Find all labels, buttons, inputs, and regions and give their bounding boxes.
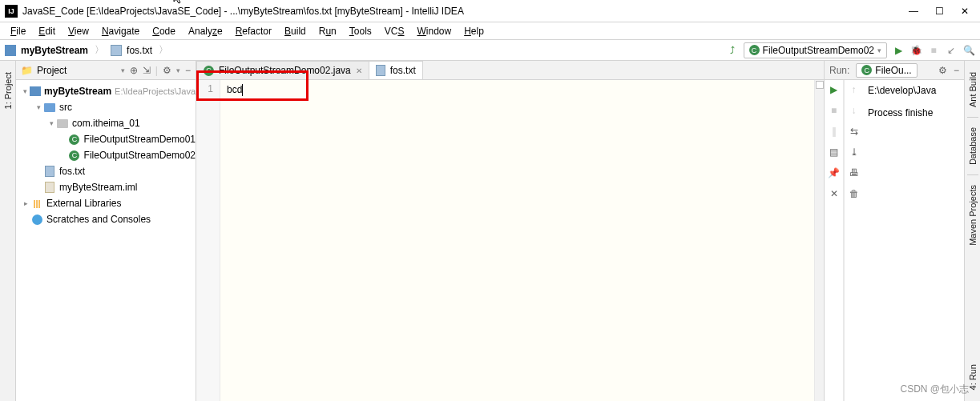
- editor-tabs: C FileOutputStreamDemo02.java ✕ fos.txt: [196, 61, 824, 80]
- stop-button[interactable]: ■: [927, 44, 940, 57]
- hide-icon[interactable]: −: [185, 65, 191, 76]
- editor-tab-active[interactable]: fos.txt: [369, 61, 423, 79]
- module-icon: [5, 45, 16, 56]
- vcs-icon[interactable]: ↙: [945, 44, 958, 57]
- ant-build-tab[interactable]: Ant Build: [966, 67, 979, 112]
- menu-refactor[interactable]: Refactor: [230, 24, 277, 38]
- menu-help[interactable]: Help: [458, 24, 490, 38]
- tree-module[interactable]: ▾ myByteStreamE:\IdeaProjects\Java: [16, 83, 196, 99]
- hide-icon[interactable]: −: [954, 65, 959, 76]
- project-panel-title: Project: [37, 65, 116, 76]
- editor-tab[interactable]: C FileOutputStreamDemo02.java ✕: [196, 61, 369, 79]
- run-panel: Run: C FileOu... ⚙ − ▶ ■ ‖ ▤ 📌 ✕ ↑ ↓ ⇆: [824, 61, 964, 401]
- maven-tab[interactable]: Maven Projects: [966, 180, 979, 251]
- rerun-icon[interactable]: ▶: [828, 83, 841, 96]
- run-toolbar-right: ↑ ↓ ⇆ ⤓ 🖶 🗑: [844, 80, 863, 401]
- tree-scratches[interactable]: Scratches and Consoles: [16, 211, 196, 227]
- left-tool-strip: 1: Project: [0, 61, 16, 401]
- tree-external-libraries[interactable]: ▸||| External Libraries: [16, 195, 196, 211]
- file-icon: [376, 65, 385, 76]
- tree-class[interactable]: C FileOutputStreamDemo02: [16, 147, 196, 163]
- close-icon[interactable]: ✕: [828, 187, 841, 200]
- run-tab[interactable]: C FileOu...: [856, 63, 917, 78]
- editor-gutter: 1: [196, 80, 220, 401]
- class-icon: C: [861, 65, 872, 75]
- run-config-selector[interactable]: C FileOutputStreamDemo02 ▾: [744, 42, 887, 58]
- line-number: 1: [196, 83, 213, 94]
- stop-icon[interactable]: ■: [828, 104, 841, 117]
- menu-tools[interactable]: Tools: [344, 24, 377, 38]
- class-icon: C: [204, 66, 214, 76]
- editor-tab-label: fos.txt: [390, 65, 416, 76]
- project-tool-tab[interactable]: 1: Project: [2, 67, 14, 114]
- editor-area: C FileOutputStreamDemo02.java ✕ fos.txt …: [196, 61, 824, 401]
- editor-tab-label: FileOutputStreamDemo02.java: [219, 65, 351, 76]
- gear-icon[interactable]: ⚙: [938, 65, 947, 76]
- tree-package[interactable]: ▾ com.itheima_01: [16, 115, 196, 131]
- tree-class[interactable]: C FileOutputStreamDemo01: [16, 131, 196, 147]
- code-text: bcd: [227, 84, 242, 95]
- menu-window[interactable]: Window: [411, 24, 457, 38]
- project-tree[interactable]: ▾ myByteStreamE:\IdeaProjects\Java ▾ src…: [16, 80, 196, 401]
- search-icon[interactable]: 🔍: [962, 44, 975, 57]
- chevron-down-icon[interactable]: ▾: [121, 66, 125, 74]
- window-title: JavaSE_Code [E:\IdeaProjects\JavaSE_Code…: [22, 6, 908, 17]
- pause-icon[interactable]: ‖: [828, 125, 841, 138]
- locate-icon[interactable]: ⊕: [130, 65, 138, 76]
- pin-icon[interactable]: 📌: [828, 166, 841, 179]
- build-icon[interactable]: ⤴: [726, 44, 739, 57]
- menu-navigate[interactable]: Navigate: [96, 24, 145, 38]
- menu-file[interactable]: File: [5, 24, 31, 38]
- tree-file[interactable]: fos.txt: [16, 163, 196, 179]
- run-output[interactable]: E:\develop\Java Process finishe: [863, 80, 964, 401]
- run-button[interactable]: ▶: [892, 44, 905, 57]
- class-icon: C: [749, 45, 760, 55]
- trash-icon[interactable]: 🗑: [848, 187, 861, 200]
- chevron-right-icon: 〉: [159, 43, 168, 57]
- run-tab-label: FileOu...: [875, 65, 911, 76]
- close-button[interactable]: ✕: [959, 6, 970, 17]
- close-icon[interactable]: ✕: [356, 66, 362, 75]
- intellij-icon: IJ: [5, 5, 18, 18]
- run-config-name: FileOutputStreamDemo02: [763, 45, 874, 56]
- collapse-icon[interactable]: ⇲: [143, 65, 151, 76]
- gear-icon[interactable]: ⚙: [163, 65, 171, 76]
- menu-edit[interactable]: Edit: [33, 24, 61, 38]
- tree-folder-src[interactable]: ▾ src: [16, 99, 196, 115]
- print-icon[interactable]: 🖶: [848, 166, 861, 179]
- status-indicator: [816, 81, 824, 89]
- project-panel: 📁 Project ▾ ⊕ ⇲ | ⚙ ▾ − ▾ myByteStreamE:…: [16, 61, 196, 401]
- chevron-right-icon: 〉: [95, 43, 104, 57]
- menu-build[interactable]: Build: [279, 24, 312, 38]
- debug-button[interactable]: 🐞: [909, 44, 922, 57]
- breadcrumb-file[interactable]: fos.txt: [127, 45, 152, 56]
- run-toolbar-left: ▶ ■ ‖ ▤ 📌 ✕: [825, 80, 844, 401]
- project-icon: 📁: [21, 65, 32, 76]
- minimize-button[interactable]: —: [908, 6, 919, 17]
- wrap-icon[interactable]: ⇆: [848, 125, 861, 138]
- file-icon: [111, 45, 122, 56]
- breadcrumb-module[interactable]: myByteStream: [21, 45, 88, 56]
- editor-marker-strip: [814, 80, 824, 401]
- navigation-bar: myByteStream 〉 fos.txt 〉 ⤴ C FileOutputS…: [0, 40, 980, 61]
- menu-run[interactable]: Run: [313, 24, 342, 38]
- code-editor[interactable]: bcd: [220, 80, 814, 401]
- run-panel-title: Run:: [829, 65, 849, 76]
- menu-code[interactable]: Code: [147, 24, 181, 38]
- database-tab[interactable]: Database: [966, 122, 979, 170]
- layout-icon[interactable]: ▤: [828, 146, 841, 158]
- scroll-icon[interactable]: ⤓: [848, 146, 861, 158]
- chevron-down-icon: ▾: [877, 46, 881, 54]
- menu-analyze[interactable]: Analyze: [183, 24, 228, 38]
- down-icon[interactable]: ↓: [848, 104, 861, 117]
- chevron-down-icon[interactable]: ▾: [176, 66, 180, 74]
- watermark: CSDN @包小志: [900, 383, 969, 396]
- menu-view[interactable]: View: [63, 24, 95, 38]
- right-tool-strip: Ant Build Database Maven Projects 4: Run: [964, 61, 980, 401]
- maximize-button[interactable]: ☐: [934, 6, 945, 17]
- menu-bar: File Edit View Navigate Code Analyze Ref…: [0, 22, 980, 40]
- up-icon[interactable]: ↑: [848, 83, 861, 96]
- menu-vcs[interactable]: VCS: [379, 24, 410, 38]
- tree-iml[interactable]: myByteStream.iml: [16, 179, 196, 195]
